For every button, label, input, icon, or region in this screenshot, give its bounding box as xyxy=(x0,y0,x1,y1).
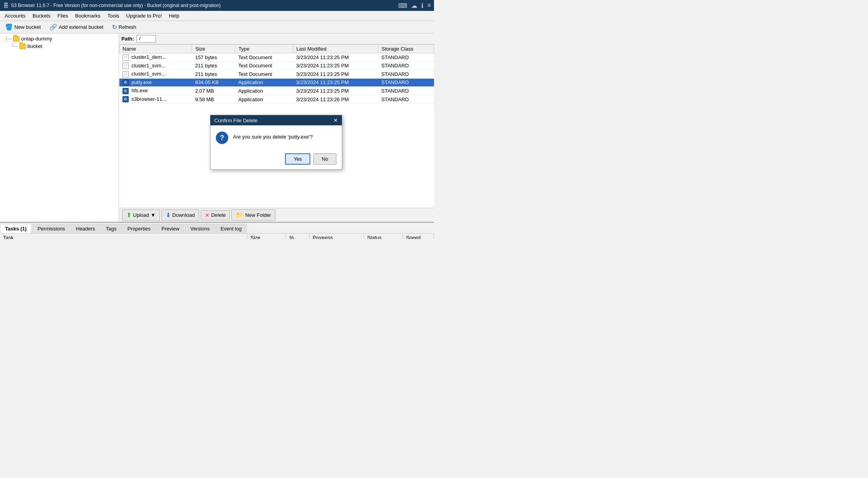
dialog-close-button[interactable]: ✕ xyxy=(333,117,338,123)
question-icon: ? xyxy=(216,132,228,144)
dialog-message: Are you sure you delete 'putty.exe'? xyxy=(233,132,313,140)
dialog-buttons: Yes No xyxy=(210,150,342,169)
dialog-body: ? Are you sure you delete 'putty.exe'? xyxy=(210,125,342,150)
dialog-overlay: Confirm File Delete ✕ ? Are you sure you… xyxy=(0,0,434,239)
dialog-yes-button[interactable]: Yes xyxy=(285,153,310,165)
confirm-delete-dialog: Confirm File Delete ✕ ? Are you sure you… xyxy=(210,115,342,170)
dialog-title: Confirm File Delete xyxy=(214,118,257,123)
dialog-title-bar: Confirm File Delete ✕ xyxy=(210,115,342,125)
dialog-no-button[interactable]: No xyxy=(313,153,336,165)
